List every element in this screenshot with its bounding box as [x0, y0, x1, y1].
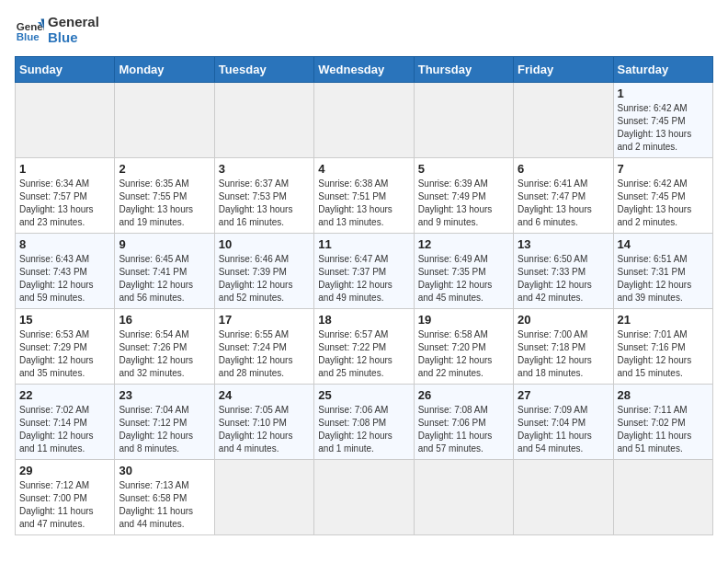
day-detail: Sunrise: 6:41 AMSunset: 7:47 PMDaylight:…: [518, 178, 609, 229]
calendar-cell: 10Sunrise: 6:46 AMSunset: 7:39 PMDayligh…: [214, 234, 313, 309]
day-detail: Sunrise: 6:46 AMSunset: 7:39 PMDaylight:…: [219, 253, 310, 304]
header-wednesday: Wednesday: [314, 57, 414, 83]
day-detail: Sunrise: 7:00 AMSunset: 7:18 PMDaylight:…: [518, 328, 609, 380]
calendar-cell: 29Sunrise: 7:12 AMSunset: 7:00 PMDayligh…: [16, 460, 115, 535]
day-number: 28: [618, 388, 709, 402]
calendar-cell: 2Sunrise: 6:35 AMSunset: 7:55 PMDaylight…: [115, 158, 214, 234]
calendar-cell: 9Sunrise: 6:45 AMSunset: 7:41 PMDaylight…: [115, 234, 214, 309]
logo-icon: General Blue: [15, 16, 44, 45]
calendar-cell: 18Sunrise: 6:57 AMSunset: 7:22 PMDayligh…: [314, 309, 414, 385]
header-thursday: Thursday: [414, 57, 513, 83]
calendar-cell: 7Sunrise: 6:42 AMSunset: 7:45 PMDaylight…: [613, 158, 712, 234]
day-number: 27: [518, 388, 609, 402]
day-number: 5: [418, 162, 509, 176]
calendar-cell: 6Sunrise: 6:41 AMSunset: 7:47 PMDaylight…: [514, 158, 613, 234]
header-monday: Monday: [115, 57, 214, 83]
day-number: 1: [19, 162, 110, 176]
page-header: General Blue General Blue: [15, 15, 713, 45]
calendar-cell: 21Sunrise: 7:01 AMSunset: 7:16 PMDayligh…: [613, 309, 712, 385]
day-number: 25: [318, 388, 409, 402]
logo-blue: Blue: [48, 30, 99, 46]
calendar-cell: [414, 460, 513, 535]
day-detail: Sunrise: 7:13 AMSunset: 6:58 PMDaylight:…: [119, 479, 210, 531]
day-number: 1: [618, 86, 709, 100]
calendar-cell: [16, 83, 115, 158]
day-number: 19: [418, 313, 509, 327]
calendar-cell: [613, 460, 712, 535]
day-number: 14: [618, 237, 709, 251]
header-saturday: Saturday: [613, 57, 712, 83]
calendar-cell: 27Sunrise: 7:09 AMSunset: 7:04 PMDayligh…: [514, 385, 613, 460]
calendar-header-row: SundayMondayTuesdayWednesdayThursdayFrid…: [16, 57, 713, 83]
day-detail: Sunrise: 7:12 AMSunset: 7:00 PMDaylight:…: [19, 479, 110, 531]
day-detail: Sunrise: 6:51 AMSunset: 7:31 PMDaylight:…: [618, 253, 709, 304]
day-detail: Sunrise: 7:01 AMSunset: 7:16 PMDaylight:…: [618, 328, 709, 380]
calendar-cell: 25Sunrise: 7:06 AMSunset: 7:08 PMDayligh…: [314, 385, 414, 460]
calendar-cell: 14Sunrise: 6:51 AMSunset: 7:31 PMDayligh…: [613, 234, 712, 309]
day-number: 3: [219, 162, 310, 176]
calendar-cell: 3Sunrise: 6:37 AMSunset: 7:53 PMDaylight…: [214, 158, 313, 234]
calendar-cell: 28Sunrise: 7:11 AMSunset: 7:02 PMDayligh…: [613, 385, 712, 460]
calendar-cell: [214, 83, 313, 158]
day-detail: Sunrise: 7:11 AMSunset: 7:02 PMDaylight:…: [618, 404, 709, 455]
day-detail: Sunrise: 6:55 AMSunset: 7:24 PMDaylight:…: [219, 328, 310, 380]
day-number: 20: [518, 313, 609, 327]
day-number: 2: [119, 162, 210, 176]
calendar-cell: 17Sunrise: 6:55 AMSunset: 7:24 PMDayligh…: [214, 309, 313, 385]
day-number: 22: [19, 388, 110, 402]
day-detail: Sunrise: 6:45 AMSunset: 7:41 PMDaylight:…: [119, 253, 210, 304]
week-row-3: 8Sunrise: 6:43 AMSunset: 7:43 PMDaylight…: [16, 234, 713, 309]
day-number: 12: [418, 237, 509, 251]
calendar-cell: 19Sunrise: 6:58 AMSunset: 7:20 PMDayligh…: [414, 309, 513, 385]
day-number: 24: [219, 388, 310, 402]
logo-general: General: [48, 15, 99, 30]
day-detail: Sunrise: 6:34 AMSunset: 7:57 PMDaylight:…: [19, 178, 110, 229]
day-number: 13: [518, 237, 609, 251]
calendar-cell: 26Sunrise: 7:08 AMSunset: 7:06 PMDayligh…: [414, 385, 513, 460]
calendar-cell: [314, 460, 414, 535]
calendar-cell: 15Sunrise: 6:53 AMSunset: 7:29 PMDayligh…: [16, 309, 115, 385]
calendar-cell: [314, 83, 414, 158]
day-number: 9: [119, 237, 210, 251]
day-detail: Sunrise: 6:58 AMSunset: 7:20 PMDaylight:…: [418, 328, 509, 380]
day-number: 4: [318, 162, 409, 176]
day-detail: Sunrise: 6:37 AMSunset: 7:53 PMDaylight:…: [219, 178, 310, 229]
day-detail: Sunrise: 6:54 AMSunset: 7:26 PMDaylight:…: [119, 328, 210, 380]
calendar-cell: 1Sunrise: 6:42 AMSunset: 7:45 PMDaylight…: [613, 83, 712, 158]
day-detail: Sunrise: 7:04 AMSunset: 7:12 PMDaylight:…: [119, 404, 210, 455]
header-friday: Friday: [514, 57, 613, 83]
calendar-cell: 16Sunrise: 6:54 AMSunset: 7:26 PMDayligh…: [115, 309, 214, 385]
day-number: 23: [119, 388, 210, 402]
calendar-cell: 8Sunrise: 6:43 AMSunset: 7:43 PMDaylight…: [16, 234, 115, 309]
week-row-1: 1Sunrise: 6:42 AMSunset: 7:45 PMDaylight…: [16, 83, 713, 158]
logo: General Blue General Blue: [15, 15, 99, 45]
day-detail: Sunrise: 7:06 AMSunset: 7:08 PMDaylight:…: [318, 404, 409, 455]
day-number: 26: [418, 388, 509, 402]
week-row-4: 15Sunrise: 6:53 AMSunset: 7:29 PMDayligh…: [16, 309, 713, 385]
calendar-cell: 24Sunrise: 7:05 AMSunset: 7:10 PMDayligh…: [214, 385, 313, 460]
calendar-cell: [414, 83, 513, 158]
header-sunday: Sunday: [16, 57, 115, 83]
day-number: 30: [119, 464, 210, 477]
day-number: 29: [19, 464, 110, 477]
day-number: 17: [219, 313, 310, 327]
calendar-cell: 23Sunrise: 7:04 AMSunset: 7:12 PMDayligh…: [115, 385, 214, 460]
day-detail: Sunrise: 6:35 AMSunset: 7:55 PMDaylight:…: [119, 178, 210, 229]
svg-text:Blue: Blue: [17, 30, 40, 41]
calendar-cell: 13Sunrise: 6:50 AMSunset: 7:33 PMDayligh…: [514, 234, 613, 309]
day-detail: Sunrise: 6:49 AMSunset: 7:35 PMDaylight:…: [418, 253, 509, 304]
calendar-cell: 11Sunrise: 6:47 AMSunset: 7:37 PMDayligh…: [314, 234, 414, 309]
day-detail: Sunrise: 6:38 AMSunset: 7:51 PMDaylight:…: [318, 178, 409, 229]
calendar-cell: 5Sunrise: 6:39 AMSunset: 7:49 PMDaylight…: [414, 158, 513, 234]
calendar-cell: 30Sunrise: 7:13 AMSunset: 6:58 PMDayligh…: [115, 460, 214, 535]
day-number: 21: [618, 313, 709, 327]
day-number: 15: [19, 313, 110, 327]
calendar-cell: [514, 83, 613, 158]
day-detail: Sunrise: 7:09 AMSunset: 7:04 PMDaylight:…: [518, 404, 609, 455]
calendar-cell: 1Sunrise: 6:34 AMSunset: 7:57 PMDaylight…: [16, 158, 115, 234]
day-number: 6: [518, 162, 609, 176]
calendar-cell: [115, 83, 214, 158]
day-detail: Sunrise: 7:05 AMSunset: 7:10 PMDaylight:…: [219, 404, 310, 455]
day-detail: Sunrise: 6:50 AMSunset: 7:33 PMDaylight:…: [518, 253, 609, 304]
week-row-5: 22Sunrise: 7:02 AMSunset: 7:14 PMDayligh…: [16, 385, 713, 460]
